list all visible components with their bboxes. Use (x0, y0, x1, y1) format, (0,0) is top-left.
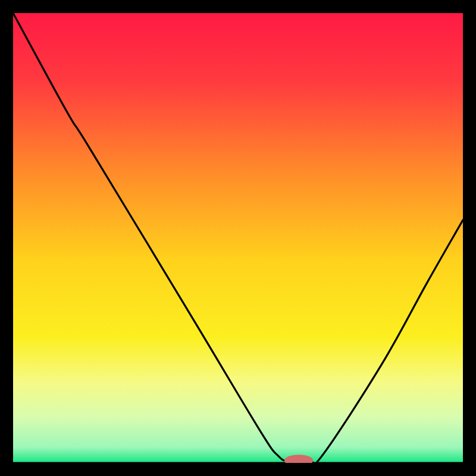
bottleneck-chart (13, 13, 463, 463)
chart-frame: TheBottleneck.com (13, 13, 463, 463)
